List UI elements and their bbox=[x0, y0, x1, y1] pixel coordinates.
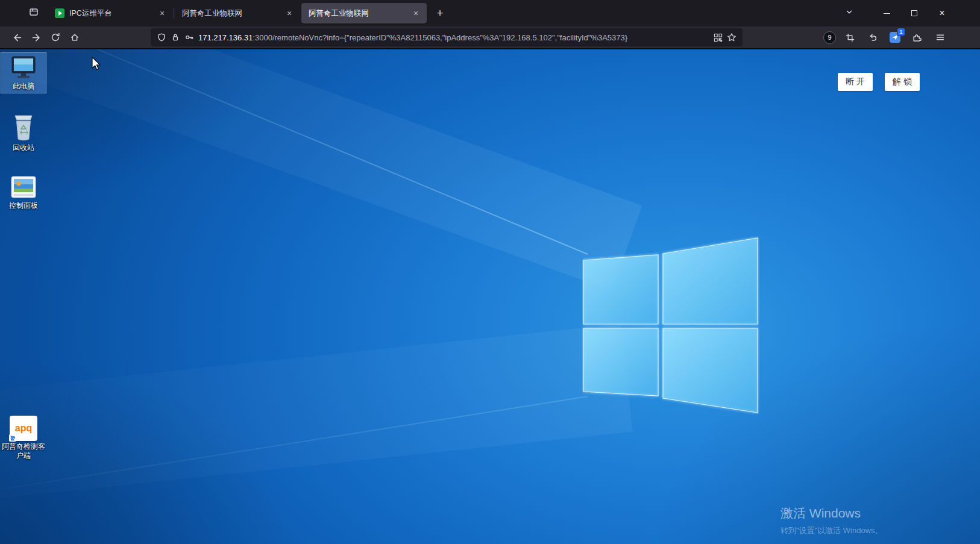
star-icon bbox=[727, 33, 737, 42]
tab-bar: IPC运维平台 × 阿普奇工业物联网 × 阿普奇工业物联网 × + × bbox=[0, 0, 980, 27]
window-close-icon: × bbox=[939, 8, 944, 18]
disconnect-button[interactable]: 断 开 bbox=[838, 73, 873, 91]
notification-extension-button[interactable]: 1 bbox=[887, 30, 903, 45]
notification-badge: 1 bbox=[897, 28, 905, 36]
toolbar-spacer bbox=[84, 37, 151, 38]
undo-arrow-icon bbox=[868, 33, 878, 42]
desktop-icon-recycle-bin[interactable]: 回收站 bbox=[1, 110, 46, 155]
reload-button[interactable] bbox=[46, 28, 65, 46]
minimize-button[interactable] bbox=[873, 0, 900, 27]
tab-apuqi-iot-1[interactable]: 阿普奇工业物联网 × bbox=[175, 3, 300, 23]
minimize-icon bbox=[884, 13, 890, 14]
maximize-icon bbox=[911, 10, 917, 16]
toolbar-extensions-area: 9 1 bbox=[823, 28, 950, 46]
chevron-down-icon bbox=[844, 7, 854, 19]
tab-close-icon[interactable]: × bbox=[283, 7, 295, 19]
extension-badge-count: 9 bbox=[828, 34, 831, 41]
wallpaper-shading bbox=[0, 49, 980, 544]
tab-close-icon[interactable]: × bbox=[410, 7, 422, 19]
tab-title: 阿普奇工业物联网 bbox=[309, 8, 410, 19]
list-all-tabs-button[interactable] bbox=[840, 4, 858, 22]
desktop-icon-control-panel[interactable]: 控制面板 bbox=[1, 172, 46, 213]
icon-label: 此电脑 bbox=[1, 82, 46, 91]
url-text: 171.217.136.31:3000/remoteNoVnc?info={"r… bbox=[198, 33, 709, 42]
apq-logo-text: apq bbox=[15, 423, 32, 434]
lock-icon bbox=[171, 33, 180, 42]
url-bar[interactable]: 171.217.136.31:3000/remoteNoVnc?info={"r… bbox=[151, 28, 743, 46]
desktop-icon-this-pc[interactable]: 此电脑 bbox=[1, 52, 46, 93]
adblock-extension-button[interactable]: 9 bbox=[823, 31, 836, 44]
vnc-control-buttons: 断 开 解 锁 bbox=[838, 73, 920, 91]
crop-icon bbox=[846, 33, 855, 42]
back-arrow-icon bbox=[12, 33, 22, 43]
novnc-remote-desktop[interactable]: 此电脑 回收站 控制面板 apq 阿普奇检测客户端 bbox=[0, 49, 980, 544]
hamburger-menu-icon bbox=[935, 33, 945, 42]
icon-label: 阿普奇检测客户端 bbox=[1, 442, 46, 460]
tab-ipc-platform[interactable]: IPC运维平台 × bbox=[48, 3, 173, 23]
forward-button[interactable] bbox=[27, 28, 46, 46]
reload-icon bbox=[51, 33, 60, 42]
recycle-bin-icon bbox=[10, 112, 37, 142]
url-host: 171.217.136.31 bbox=[198, 33, 253, 42]
qr-scan-button[interactable] bbox=[714, 33, 723, 42]
play-favicon-icon bbox=[55, 8, 64, 18]
home-icon bbox=[70, 33, 80, 42]
tab-title: 阿普奇工业物联网 bbox=[182, 8, 283, 19]
windows-logo bbox=[582, 236, 759, 414]
maximize-button[interactable] bbox=[900, 0, 928, 27]
window-close-button[interactable]: × bbox=[928, 0, 956, 27]
puzzle-piece-icon bbox=[912, 33, 922, 43]
new-tab-button[interactable]: + bbox=[431, 4, 449, 22]
back-button[interactable] bbox=[7, 28, 27, 46]
control-panel-icon bbox=[10, 175, 37, 200]
tab-title: IPC运维平台 bbox=[69, 8, 156, 19]
shortcut-arrow-icon bbox=[9, 434, 16, 442]
firefox-view-icon bbox=[29, 7, 39, 19]
qr-code-icon bbox=[714, 33, 723, 42]
tab-close-icon[interactable]: × bbox=[156, 7, 168, 19]
shield-icon bbox=[157, 33, 166, 42]
unlock-button[interactable]: 解 锁 bbox=[885, 73, 920, 91]
tab-separator bbox=[174, 8, 174, 19]
url-path: :3000/remoteNoVnc?info={"repeaterID"%3A8… bbox=[253, 33, 627, 42]
bookmark-star-button[interactable] bbox=[727, 33, 737, 42]
screenshot-crop-button[interactable] bbox=[840, 28, 859, 46]
home-button[interactable] bbox=[65, 28, 84, 46]
tab-apuqi-iot-2-active[interactable]: 阿普奇工业物联网 × bbox=[301, 3, 427, 23]
this-pc-icon bbox=[9, 54, 38, 81]
navigation-toolbar: 171.217.136.31:3000/remoteNoVnc?info={"r… bbox=[0, 27, 980, 49]
icon-label: 回收站 bbox=[1, 143, 46, 152]
window-controls: × bbox=[873, 0, 956, 27]
permissions-key-icon bbox=[184, 33, 194, 42]
desktop-icon-apq-client[interactable]: apq 阿普奇检测客户端 bbox=[1, 413, 46, 463]
app-menu-button[interactable] bbox=[931, 28, 950, 46]
apq-logo-icon: apq bbox=[10, 416, 37, 441]
extensions-button[interactable] bbox=[907, 28, 926, 46]
firefox-view-button[interactable] bbox=[24, 4, 43, 23]
forward-arrow-icon bbox=[31, 33, 42, 43]
undo-extension-button[interactable] bbox=[864, 28, 883, 46]
icon-label: 控制面板 bbox=[1, 201, 46, 210]
